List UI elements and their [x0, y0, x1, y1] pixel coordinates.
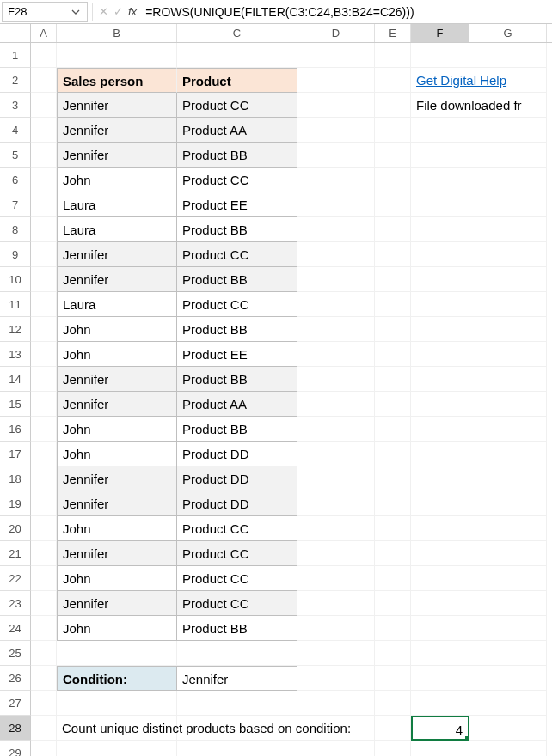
cell[interactable] [375, 292, 411, 317]
cell[interactable] [469, 392, 547, 417]
cell[interactable] [31, 118, 57, 143]
table-cell[interactable]: John [57, 168, 177, 192]
cell[interactable] [469, 317, 547, 342]
result-cell[interactable]: 4 [411, 716, 469, 741]
cell[interactable] [411, 242, 469, 267]
cell[interactable] [177, 741, 297, 756]
table-header[interactable]: Product [177, 68, 297, 93]
cell[interactable] [411, 566, 469, 591]
table-cell[interactable]: Jennifer [57, 118, 177, 143]
cell[interactable] [297, 118, 375, 143]
cell[interactable] [375, 741, 411, 756]
cell[interactable] [375, 691, 411, 716]
cell[interactable] [297, 192, 375, 217]
cell[interactable] [469, 616, 547, 641]
cell[interactable] [297, 566, 375, 591]
cell[interactable] [31, 292, 57, 317]
cell[interactable] [375, 491, 411, 516]
cell[interactable] [411, 342, 469, 367]
cell[interactable] [411, 417, 469, 442]
cell[interactable] [177, 716, 297, 741]
cell[interactable] [469, 192, 547, 217]
cell[interactable] [375, 541, 411, 566]
cell[interactable] [31, 392, 57, 417]
cell[interactable] [411, 217, 469, 242]
cell[interactable] [57, 691, 177, 716]
cell[interactable] [31, 641, 57, 666]
cell[interactable] [31, 566, 57, 591]
cell[interactable] [297, 292, 375, 317]
table-cell[interactable]: John [57, 417, 177, 442]
cell[interactable] [375, 641, 411, 666]
cell[interactable] [297, 367, 375, 392]
cell[interactable] [297, 691, 375, 716]
condition-value[interactable]: Jennifer [177, 666, 297, 691]
cell[interactable] [57, 641, 177, 666]
cell[interactable] [31, 691, 57, 716]
cell[interactable] [297, 616, 375, 641]
table-cell[interactable]: Product BB [177, 217, 297, 242]
cell[interactable] [31, 143, 57, 168]
row-header[interactable]: 24 [0, 616, 31, 641]
cell[interactable] [297, 641, 375, 666]
cell[interactable] [469, 267, 547, 292]
row-header[interactable]: 5 [0, 143, 31, 168]
row-header[interactable]: 22 [0, 566, 31, 591]
cell[interactable] [411, 466, 469, 491]
cell[interactable] [375, 516, 411, 541]
cell[interactable] [31, 591, 57, 616]
cell[interactable] [31, 68, 57, 93]
name-box[interactable]: F28 [2, 2, 88, 22]
cell[interactable] [469, 417, 547, 442]
table-cell[interactable]: John [57, 566, 177, 591]
row-header[interactable]: 3 [0, 93, 31, 118]
cell[interactable] [469, 741, 547, 756]
cell[interactable] [57, 741, 177, 756]
table-cell[interactable]: Product CC [177, 566, 297, 591]
cell[interactable] [469, 466, 547, 491]
row-header[interactable]: 14 [0, 367, 31, 392]
cell[interactable] [297, 741, 375, 756]
row-header[interactable]: 19 [0, 491, 31, 516]
table-cell[interactable]: John [57, 317, 177, 342]
table-cell[interactable]: Jennifer [57, 242, 177, 267]
cell[interactable] [375, 716, 411, 741]
spreadsheet-grid[interactable]: A B C D E F G 12Sales personProductGet D… [0, 24, 552, 756]
cell[interactable] [469, 716, 547, 741]
row-header[interactable]: 13 [0, 342, 31, 367]
table-cell[interactable]: Product CC [177, 541, 297, 566]
cell[interactable] [469, 43, 547, 68]
row-header[interactable]: 9 [0, 242, 31, 267]
formula-input[interactable] [140, 2, 552, 22]
cell[interactable] [297, 342, 375, 367]
table-cell[interactable]: Product CC [177, 516, 297, 541]
cell[interactable] [31, 192, 57, 217]
table-cell[interactable]: Laura [57, 217, 177, 242]
cell[interactable] [31, 541, 57, 566]
cell[interactable] [469, 367, 547, 392]
cell[interactable] [375, 118, 411, 143]
cell[interactable] [375, 317, 411, 342]
cell[interactable] [375, 466, 411, 491]
cell[interactable]: File downloaded fr [411, 93, 469, 118]
cell[interactable] [411, 168, 469, 192]
cell[interactable] [31, 516, 57, 541]
cell[interactable] [297, 666, 375, 691]
cell[interactable] [375, 217, 411, 242]
cell[interactable] [297, 466, 375, 491]
table-cell[interactable]: Jennifer [57, 466, 177, 491]
cell[interactable] [411, 367, 469, 392]
cell[interactable] [177, 691, 297, 716]
cell[interactable] [411, 392, 469, 417]
cell[interactable] [469, 491, 547, 516]
table-cell[interactable]: Product BB [177, 367, 297, 392]
cell[interactable] [375, 392, 411, 417]
cell[interactable] [469, 641, 547, 666]
cell[interactable] [177, 641, 297, 666]
row-header[interactable]: 1 [0, 43, 31, 68]
row-header[interactable]: 29 [0, 741, 31, 756]
row-header[interactable]: 17 [0, 442, 31, 466]
select-all-corner[interactable] [0, 24, 31, 42]
cell[interactable] [297, 43, 375, 68]
cell[interactable] [375, 442, 411, 466]
